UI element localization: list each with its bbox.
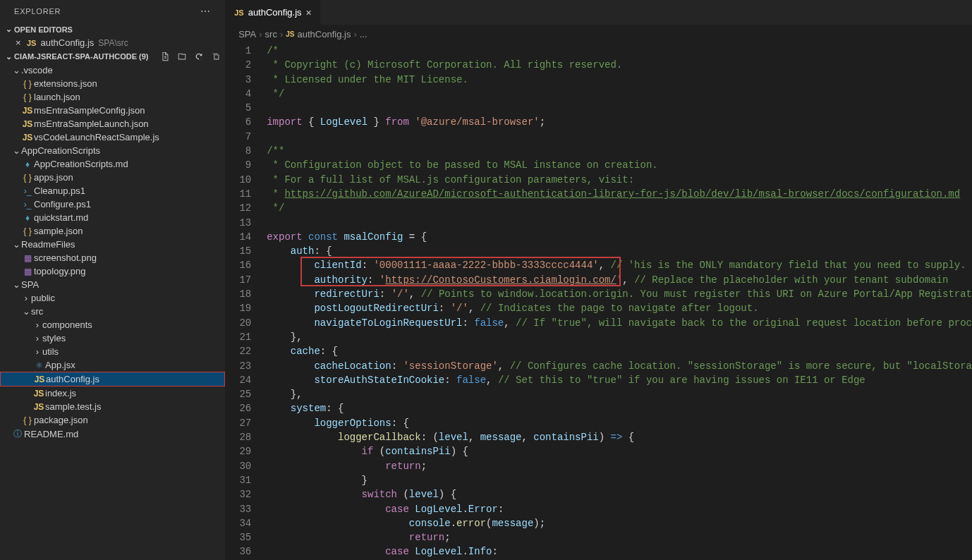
file-item[interactable]: JSmsEntraSampleConfig.json (0, 104, 225, 117)
file-item[interactable]: JSvsCodeLaunchReactSample.js (0, 130, 225, 144)
file-item[interactable]: JSsample.test.js (0, 400, 225, 413)
file-item[interactable]: ›_Configure.ps1 (0, 197, 225, 211)
tree-item-label: index.js (45, 388, 76, 398)
file-item[interactable]: ♦quickstart.md (0, 211, 225, 224)
folder-item[interactable]: ›styles (0, 331, 225, 345)
file-item[interactable]: JSauthConfig.js (0, 372, 225, 386)
folder-item[interactable]: ›public (0, 291, 225, 305)
tree-item-label: msEntraSampleConfig.json (34, 105, 145, 116)
tree-item-label: AppCreationScripts.md (34, 159, 128, 169)
folder-item[interactable]: ›components (0, 318, 225, 331)
explorer-header: EXPLORER ⋯ (0, 0, 225, 23)
open-editor-item[interactable]: × JS authConfig.js SPA\src (0, 36, 225, 49)
tree-item-label: quickstart.md (34, 212, 88, 223)
workspace-header[interactable]: ⌄ CIAM-JSREACT-SPA-AUTHCODE (9) (0, 49, 225, 63)
tree-item-label: topology.png (34, 266, 86, 276)
tree-item-label: utils (42, 346, 59, 357)
code-content[interactable]: /* * Copyright (c) Microsoft Corporation… (267, 43, 972, 560)
chevron-down-icon: ⌄ (3, 25, 14, 34)
breadcrumb-item[interactable]: authConfig.js (298, 29, 351, 39)
file-tree: ⌄.vscode{ }extensions.json{ }launch.json… (0, 63, 225, 560)
file-item[interactable]: ▦screenshot.png (0, 251, 225, 264)
explorer-sidebar: EXPLORER ⋯ ⌄ OPEN EDITORS × JS authConfi… (0, 0, 226, 560)
tab-bar: JS authConfig.js × (226, 0, 972, 25)
close-icon[interactable]: × (16, 37, 27, 48)
folder-item[interactable]: ⌄.vscode (0, 63, 225, 77)
chevron-down-icon: ⌄ (11, 65, 21, 75)
explorer-title: EXPLORER (14, 7, 61, 16)
breadcrumb-item[interactable]: ... (360, 29, 367, 39)
file-item[interactable]: JSindex.js (0, 386, 225, 400)
file-item[interactable]: ▦topology.png (0, 264, 225, 278)
editor-tab[interactable]: JS authConfig.js × (226, 0, 321, 25)
folder-item[interactable]: ⌄ReadmeFiles (0, 238, 225, 251)
tree-item-label: sample.test.js (45, 401, 101, 412)
tab-label: authConfig.js (248, 7, 302, 18)
tree-item-label: App.jsx (45, 360, 75, 370)
tree-item-label: ReadmeFiles (21, 239, 75, 250)
file-item[interactable]: { }extensions.json (0, 77, 225, 90)
chevron-down-icon: ⌄ (11, 279, 21, 290)
tree-item-label: extensions.json (34, 78, 97, 89)
file-item[interactable]: { }sample.json (0, 224, 225, 238)
open-editors-label: OPEN EDITORS (14, 25, 73, 34)
close-tab-icon[interactable]: × (306, 7, 312, 18)
folder-item[interactable]: ›utils (0, 345, 225, 358)
file-item[interactable]: ⚛App.jsx (0, 358, 225, 372)
tree-item-label: AppCreationScripts (21, 145, 100, 156)
workspace-name: CIAM-JSREACT-SPA-AUTHCODE (9) (14, 52, 148, 61)
chevron-right-icon: › (259, 29, 262, 39)
open-editor-name: authConfig.js (40, 37, 94, 48)
open-editors-header[interactable]: ⌄ OPEN EDITORS (0, 23, 225, 36)
file-item[interactable]: JSmsEntraSampleLaunch.json (0, 117, 225, 130)
breadcrumb-item[interactable]: src (265, 29, 277, 39)
tree-item-label: src (31, 306, 43, 317)
tree-item-label: msEntraSampleLaunch.json (34, 118, 149, 129)
chevron-down-icon: ⌄ (3, 52, 14, 61)
tree-item-label: components (42, 319, 92, 330)
new-file-icon[interactable] (160, 51, 170, 61)
tree-item-label: launch.json (34, 92, 80, 102)
editor-area: JS authConfig.js × SPA › src › JS authCo… (226, 0, 972, 560)
tree-item-label: authConfig.js (46, 374, 99, 384)
chevron-right-icon: › (21, 293, 31, 303)
file-item[interactable]: ♦AppCreationScripts.md (0, 157, 225, 171)
tree-item-label: package.json (34, 415, 88, 425)
file-item[interactable]: { }apps.json (0, 171, 225, 184)
folder-item[interactable]: ⌄AppCreationScripts (0, 144, 225, 157)
breadcrumb[interactable]: SPA › src › JS authConfig.js › ... (226, 25, 972, 43)
file-item[interactable]: ⓘREADME.md (0, 427, 225, 442)
new-folder-icon[interactable] (177, 51, 187, 61)
line-number-gutter: 1234567891011121314151617181920212223242… (226, 43, 267, 560)
js-file-icon: JS (286, 30, 294, 38)
file-item[interactable]: ›_Cleanup.ps1 (0, 184, 225, 197)
folder-item[interactable]: ⌄src (0, 305, 225, 318)
chevron-down-icon: ⌄ (11, 145, 21, 156)
refresh-icon[interactable] (194, 51, 204, 61)
chevron-down-icon: ⌄ (21, 306, 31, 317)
js-file-icon: JS (27, 39, 36, 47)
tree-item-label: screenshot.png (34, 252, 97, 263)
tree-item-label: styles (42, 333, 66, 343)
code-editor[interactable]: 1234567891011121314151617181920212223242… (226, 43, 972, 560)
chevron-down-icon: ⌄ (11, 239, 21, 250)
chevron-right-icon: › (32, 319, 42, 330)
tree-item-label: Cleanup.ps1 (34, 185, 85, 196)
explorer-more-icon[interactable]: ⋯ (200, 6, 217, 17)
tree-item-label: vsCodeLaunchReactSample.js (34, 132, 159, 142)
js-file-icon: JS (234, 8, 243, 17)
breadcrumb-item[interactable]: SPA (238, 29, 256, 39)
tree-item-label: sample.json (34, 226, 83, 236)
chevron-right-icon: › (280, 29, 283, 39)
tree-item-label: README.md (24, 429, 78, 439)
tree-item-label: public (31, 293, 55, 303)
tree-item-label: Configure.ps1 (34, 199, 91, 209)
file-item[interactable]: { }launch.json (0, 90, 225, 104)
chevron-right-icon: › (353, 29, 356, 39)
open-editor-path: SPA\src (98, 38, 128, 48)
tree-item-label: apps.json (34, 172, 73, 183)
folder-item[interactable]: ⌄SPA (0, 278, 225, 291)
collapse-all-icon[interactable] (211, 51, 221, 61)
file-item[interactable]: { }package.json (0, 413, 225, 427)
chevron-right-icon: › (32, 346, 42, 357)
